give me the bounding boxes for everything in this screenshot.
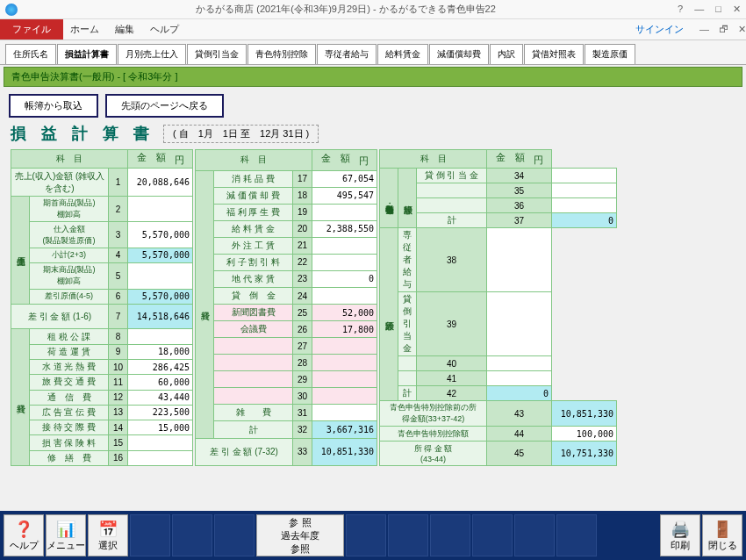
- edit-menu[interactable]: 編集: [115, 23, 134, 36]
- left-table: 科 目金 額 円 売上(収入)金額 (雑収入を含む)120,088,646 売上…: [11, 149, 193, 466]
- tab-1[interactable]: 損益計算書: [57, 44, 117, 64]
- menu-icon: 📊: [56, 520, 75, 539]
- r-42[interactable]: 0: [487, 386, 552, 401]
- maximize-icon[interactable]: □: [715, 4, 721, 14]
- back-button[interactable]: 先頭のページへ戻る: [105, 94, 224, 118]
- tab-bar: 住所氏名損益計算書月別売上仕入貸倒引当金青色特別控除専従者給与給料賃金減価償却費…: [0, 40, 746, 65]
- minimize-icon[interactable]: —: [694, 4, 704, 14]
- period-label: ( 自 1月 1日 至 12月 31日 ): [163, 125, 319, 143]
- help-icon[interactable]: ?: [678, 4, 683, 14]
- mid-30[interactable]: [312, 388, 377, 405]
- slot: [172, 514, 212, 556]
- mid-22[interactable]: [312, 254, 377, 270]
- cogs-6[interactable]: 5,570,000: [128, 289, 193, 304]
- final-44[interactable]: 100,000: [552, 427, 617, 442]
- signin-link[interactable]: サインイン: [635, 23, 684, 36]
- cogs-2[interactable]: [128, 196, 193, 221]
- page-title: 損 益 計 算 書: [11, 123, 154, 144]
- bottom-toolbar: ❓ヘルプ 📊メニュー 📅選択 参 照過去年度 参照 🖨️印刷 🚪閉じる: [0, 511, 746, 560]
- mid-20[interactable]: 2,388,550: [312, 220, 377, 237]
- tab-10[interactable]: 製造原価: [585, 44, 635, 64]
- slot: [214, 514, 255, 556]
- slot: [346, 514, 386, 556]
- exp-14[interactable]: 15,000: [128, 420, 193, 435]
- toolbar: 帳簿から取込 先頭のページへ戻る: [0, 89, 746, 123]
- exp-12[interactable]: 43,440: [128, 390, 193, 405]
- slot: [514, 514, 555, 556]
- tab-4[interactable]: 青色特別控除: [247, 44, 316, 64]
- reference-button[interactable]: 参 照過去年度 参照: [256, 514, 344, 556]
- exp-16[interactable]: [128, 450, 193, 465]
- r-34[interactable]: [552, 169, 617, 183]
- help-icon: ❓: [14, 520, 33, 539]
- slot: [472, 514, 513, 556]
- tab-7[interactable]: 減価償却費: [429, 44, 489, 64]
- inner-minimize-icon[interactable]: —: [699, 24, 709, 34]
- select-button[interactable]: 📅選択: [88, 514, 128, 556]
- mid-table: 科 目金 額 円 経費消 耗 品 費1767,054減 価 償 却 費18495…: [195, 149, 377, 466]
- mid-28[interactable]: [312, 355, 377, 371]
- r-40[interactable]: [487, 356, 552, 371]
- import-button[interactable]: 帳簿から取込: [9, 94, 98, 118]
- r-38[interactable]: [487, 228, 552, 292]
- inner-restore-icon[interactable]: 🗗: [719, 24, 728, 34]
- help-button[interactable]: ❓ヘルプ: [4, 514, 44, 556]
- exp-13[interactable]: 223,500: [128, 405, 193, 420]
- r-37[interactable]: 0: [552, 213, 617, 228]
- tab-5[interactable]: 専従者給与: [317, 44, 377, 64]
- menubar: ファイル ホーム 編集 ヘルプ サインイン — 🗗 ✕: [0, 19, 746, 40]
- exp-15[interactable]: [128, 435, 193, 450]
- close-icon[interactable]: ✕: [733, 4, 741, 14]
- r-35[interactable]: [552, 183, 617, 198]
- mid-19[interactable]: [312, 204, 377, 220]
- cogs-3[interactable]: 5,570,000: [128, 222, 193, 248]
- help-menu[interactable]: ヘルプ: [150, 23, 179, 36]
- sales-label: 売上(収入)金額 (雑収入を含む): [11, 169, 109, 197]
- r-39[interactable]: [487, 292, 552, 356]
- slot: [556, 514, 597, 556]
- sales-amount[interactable]: 20,088,646: [128, 169, 193, 197]
- tab-9[interactable]: 貸借対照表: [524, 44, 584, 64]
- mid-23[interactable]: 0: [312, 270, 377, 287]
- mid-31[interactable]: [312, 405, 377, 421]
- titlebar: かるがる商店 (2021年(令和3年)9月29日) - かるがるできる青色申告2…: [0, 0, 746, 19]
- mid-25[interactable]: 52,000: [312, 305, 377, 321]
- document-header: 青色申告決算書(一般用) - [ 令和3年分 ]: [4, 67, 742, 87]
- mid-17[interactable]: 67,054: [312, 170, 377, 187]
- content-area: 損 益 計 算 書 ( 自 1月 1日 至 12月 31日 ) 科 目金 額 円…: [0, 123, 746, 466]
- inner-close-icon[interactable]: ✕: [738, 24, 746, 34]
- tab-6[interactable]: 給料賃金: [377, 44, 428, 64]
- printer-icon: 🖨️: [671, 520, 690, 539]
- r-36[interactable]: [552, 198, 617, 213]
- mid-27[interactable]: [312, 338, 377, 355]
- window-buttons: ? — □ ✕: [669, 4, 741, 15]
- exp-8[interactable]: [128, 329, 193, 344]
- mid-26[interactable]: 17,800: [312, 321, 377, 338]
- exp-10[interactable]: 286,425: [128, 359, 193, 374]
- close-button[interactable]: 🚪閉じる: [702, 514, 742, 556]
- print-button[interactable]: 🖨️印刷: [660, 514, 700, 556]
- tab-8[interactable]: 内訳: [490, 44, 523, 64]
- mid-29[interactable]: [312, 371, 377, 388]
- right-table: 科 目金 額 円 各種引当金・準備金等繰戻額等貸 倒 引 当 金343536計3…: [379, 149, 617, 466]
- final-45[interactable]: 10,751,330: [552, 442, 617, 466]
- home-menu[interactable]: ホーム: [70, 23, 99, 36]
- mid-18[interactable]: 495,547: [312, 187, 377, 204]
- calendar-icon: 📅: [98, 520, 118, 539]
- exp-9[interactable]: 18,000: [128, 344, 193, 359]
- tab-2[interactable]: 月別売上仕入: [118, 44, 186, 64]
- cogs-4[interactable]: 5,570,000: [128, 248, 193, 262]
- tab-0[interactable]: 住所氏名: [5, 44, 56, 64]
- final-43[interactable]: 10,851,330: [552, 401, 617, 427]
- app-logo-icon: [5, 4, 18, 16]
- mid-21[interactable]: [312, 237, 377, 254]
- file-menu[interactable]: ファイル: [0, 19, 63, 39]
- mid-32[interactable]: 3,667,316: [312, 421, 377, 438]
- tab-3[interactable]: 貸倒引当金: [187, 44, 247, 64]
- cogs-5[interactable]: [128, 263, 193, 289]
- mid-24[interactable]: [312, 287, 377, 304]
- slot: [130, 514, 170, 556]
- menu-button[interactable]: 📊メニュー: [46, 514, 86, 556]
- r-41[interactable]: [487, 371, 552, 386]
- exp-11[interactable]: 60,000: [128, 375, 193, 390]
